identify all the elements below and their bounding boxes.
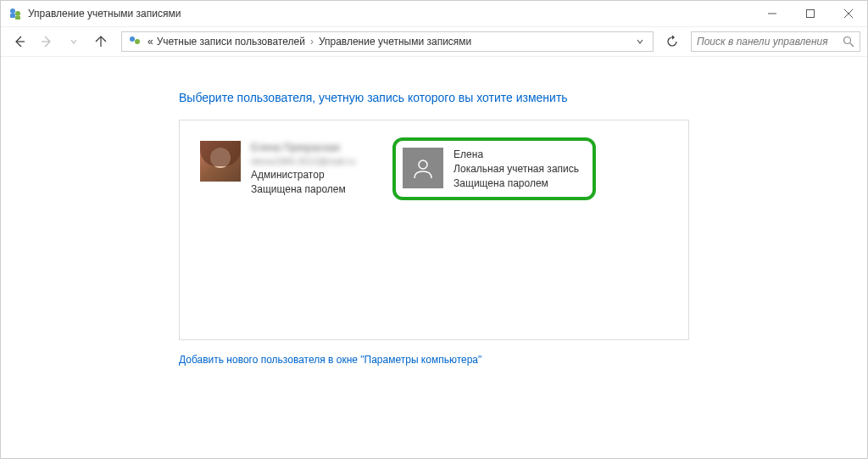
app-icon xyxy=(8,6,23,21)
navigation-bar: « Учетные записи пользователей › Управле… xyxy=(1,26,867,57)
breadcrumb-icon xyxy=(127,34,142,49)
account-item-highlighted[interactable]: Елена Локальная учетная запись Защищена … xyxy=(392,137,596,200)
page-heading: Выберите пользователя, учетную запись ко… xyxy=(179,91,689,104)
history-dropdown[interactable] xyxy=(62,30,86,53)
account-protection: Защищена паролем xyxy=(251,182,355,197)
window: Управление учетными записями xyxy=(0,0,868,459)
breadcrumb[interactable]: « Учетные записи пользователей › Управле… xyxy=(121,31,654,52)
account-info: Елена Прекрасная elena1984.2012@mail.ru … xyxy=(251,141,355,197)
svg-rect-2 xyxy=(10,14,15,18)
search-box[interactable] xyxy=(691,31,860,52)
back-button[interactable] xyxy=(8,30,31,53)
account-email: elena1984.2012@mail.ru xyxy=(251,155,355,168)
breadcrumb-item[interactable]: Учетные записи пользователей xyxy=(157,36,305,48)
up-button[interactable] xyxy=(89,30,113,53)
account-type: Локальная учетная запись xyxy=(453,162,579,176)
breadcrumb-dropdown[interactable] xyxy=(632,37,648,46)
account-name: Елена Прекрасная xyxy=(251,141,355,155)
svg-point-1 xyxy=(15,11,20,16)
avatar-placeholder xyxy=(403,148,443,188)
search-icon xyxy=(843,36,854,48)
account-name: Елена xyxy=(453,148,579,162)
close-button[interactable] xyxy=(829,2,867,25)
person-icon xyxy=(411,156,435,180)
maximize-button[interactable] xyxy=(791,2,829,25)
forward-button[interactable] xyxy=(35,30,58,53)
svg-point-0 xyxy=(10,8,15,14)
account-protection: Защищена паролем xyxy=(453,176,579,191)
chevron-right-icon: › xyxy=(309,36,315,48)
svg-point-12 xyxy=(135,39,140,44)
content-area: Выберите пользователя, учетную запись ко… xyxy=(1,57,867,458)
window-title: Управление учетными записями xyxy=(28,8,753,20)
breadcrumb-item[interactable]: Управление учетными записями xyxy=(319,36,471,48)
refresh-button[interactable] xyxy=(662,31,682,52)
breadcrumb-prefix: « xyxy=(147,36,153,48)
svg-rect-3 xyxy=(15,16,20,20)
svg-rect-5 xyxy=(806,10,814,18)
svg-point-13 xyxy=(844,37,851,44)
account-info: Елена Локальная учетная запись Защищена … xyxy=(453,148,579,190)
account-item[interactable]: Елена Прекрасная elena1984.2012@mail.ru … xyxy=(197,137,359,200)
search-input[interactable] xyxy=(697,36,843,48)
svg-line-14 xyxy=(850,43,854,47)
account-role: Администратор xyxy=(251,168,355,182)
titlebar: Управление учетными записями xyxy=(1,1,867,26)
minimize-button[interactable] xyxy=(753,2,791,25)
svg-point-15 xyxy=(419,160,427,169)
svg-point-11 xyxy=(130,36,135,42)
add-user-link[interactable]: Добавить нового пользователя в окне "Пар… xyxy=(179,354,689,366)
avatar xyxy=(200,141,241,182)
accounts-panel: Елена Прекрасная elena1984.2012@mail.ru … xyxy=(179,120,689,340)
window-controls xyxy=(753,2,867,25)
